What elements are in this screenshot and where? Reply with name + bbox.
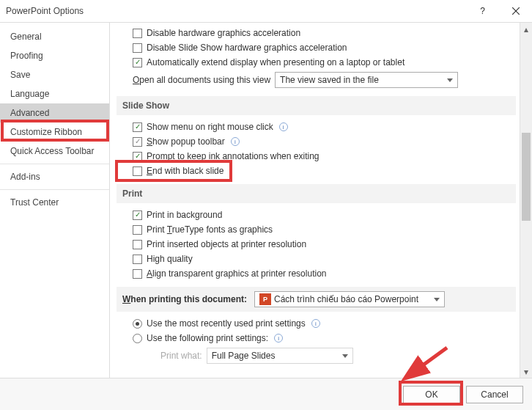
checkbox-inserted[interactable]: [133, 240, 142, 249]
info-icon[interactable]: i: [311, 319, 320, 328]
button-bar: OK Cancel: [0, 378, 532, 410]
label-show-menu: Show menu on right mouse click: [147, 122, 273, 132]
label-disable-hw: Disable hardware graphics acceleration: [147, 28, 300, 38]
sidebar-item-save[interactable]: Save: [0, 65, 109, 84]
label-print-bg: Print in background: [147, 210, 222, 220]
dropdown-document-value: Cách trình chiếu báo cáo Powerpoint: [274, 294, 418, 304]
label-prompt-ink: Prompt to keep ink annotations when exit…: [147, 151, 319, 161]
checkbox-disable-ss-hw[interactable]: [133, 43, 142, 53]
content: General Proofing Save Language Advanced …: [0, 22, 532, 378]
label-end-black: End with black slide: [147, 166, 223, 176]
dropdown-print-what-value: Full Page Slides: [212, 351, 276, 361]
ok-button[interactable]: OK: [403, 386, 460, 403]
radio-use-recent[interactable]: [133, 319, 142, 329]
label-when-printing: When printing this document:: [122, 294, 247, 304]
checkbox-print-bg[interactable]: [133, 211, 142, 220]
info-icon[interactable]: i: [231, 137, 240, 146]
close-button[interactable]: [499, 0, 532, 22]
dropdown-open-view-value: The view saved in the file: [280, 75, 379, 85]
dropdown-open-view[interactable]: The view saved in the file: [275, 72, 458, 88]
scroll-up-icon[interactable]: ▴: [520, 23, 532, 35]
checkbox-truetype[interactable]: [133, 225, 142, 235]
label-use-recent: Use the most recently used print setting…: [147, 318, 306, 329]
checkbox-show-popup[interactable]: [133, 137, 142, 147]
checkbox-align-transparent[interactable]: [133, 269, 142, 279]
label-disable-ss-hw: Disable Slide Show hardware graphics acc…: [147, 43, 347, 53]
sidebar-item-add-ins[interactable]: Add-ins: [0, 167, 109, 186]
sidebar-separator: [0, 164, 109, 164]
sidebar-item-advanced[interactable]: Advanced: [0, 103, 109, 122]
dropdown-print-what: Full Page Slides: [207, 348, 353, 364]
scroll-down-icon[interactable]: ▾: [520, 365, 532, 378]
scrollbar[interactable]: ▴ ▾: [520, 23, 532, 378]
sidebar-item-proofing[interactable]: Proofing: [0, 46, 109, 65]
label-show-popup: Show popup toolbar: [147, 136, 225, 147]
sidebar-item-trust-center[interactable]: Trust Center: [0, 193, 109, 212]
sidebar-item-customize-ribbon[interactable]: Customize Ribbon: [0, 122, 109, 142]
scroll-thumb[interactable]: [522, 133, 531, 221]
sidebar-item-general[interactable]: General: [0, 27, 109, 46]
cancel-button[interactable]: Cancel: [466, 386, 523, 403]
checkbox-high-quality[interactable]: [133, 255, 142, 264]
sidebar-separator: [0, 189, 109, 190]
sidebar-item-quick-access[interactable]: Quick Access Toolbar: [0, 142, 109, 161]
label-inserted: Print inserted objects at printer resolu…: [147, 239, 306, 249]
window-title: PowerPoint Options: [6, 6, 466, 16]
help-button[interactable]: ?: [466, 0, 499, 22]
radio-use-following[interactable]: [133, 334, 142, 343]
checkbox-end-black[interactable]: [133, 166, 142, 176]
label-truetype: Print TrueType fonts as graphics: [147, 224, 273, 235]
label-auto-extend: Automatically extend display when presen…: [147, 57, 404, 67]
sidebar: General Proofing Save Language Advanced …: [0, 23, 110, 378]
label-open-view: Open all documents using this view: [133, 75, 270, 85]
checkbox-prompt-ink[interactable]: [133, 152, 142, 161]
sidebar-item-language[interactable]: Language: [0, 84, 109, 103]
section-print: Print: [117, 184, 516, 203]
info-icon[interactable]: i: [274, 334, 283, 343]
powerpoint-icon: P: [259, 293, 271, 305]
dropdown-document[interactable]: P Cách trình chiếu báo cáo Powerpoint: [254, 291, 445, 307]
checkbox-auto-extend[interactable]: [133, 58, 142, 67]
main-panel: ▴ ▾ Disable hardware graphics accelerati…: [110, 23, 532, 378]
label-align-transparent: Align transparent graphics at printer re…: [147, 268, 326, 279]
titlebar: PowerPoint Options ?: [0, 0, 532, 22]
info-icon[interactable]: i: [279, 122, 288, 131]
checkbox-show-menu[interactable]: [133, 122, 142, 132]
section-slide-show: Slide Show: [117, 96, 516, 115]
label-high-quality: High quality: [147, 254, 193, 264]
label-use-following: Use the following print settings:: [147, 333, 268, 343]
section-when-printing: When printing this document: P Cách trìn…: [117, 287, 516, 312]
checkbox-disable-hw[interactable]: [133, 29, 142, 38]
label-print-what: Print what:: [160, 351, 202, 361]
